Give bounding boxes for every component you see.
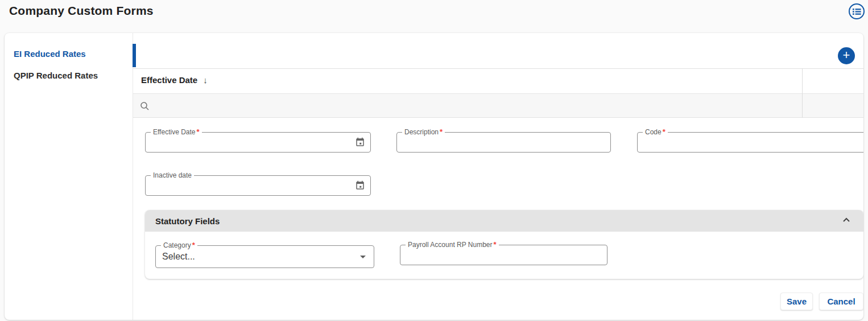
page-title: Company Custom Forms bbox=[9, 4, 154, 18]
calendar-icon[interactable] bbox=[354, 137, 366, 149]
active-tab-indicator bbox=[133, 44, 136, 67]
inactive-date-field[interactable]: Inactive date bbox=[145, 175, 371, 196]
code-input[interactable] bbox=[643, 135, 854, 150]
payroll-rp-field[interactable]: Payroll Account RP Number* bbox=[400, 245, 607, 265]
effective-date-field[interactable]: Effective Date* bbox=[145, 132, 371, 153]
sidebar-item-ei-reduced-rates[interactable]: EI Reduced Rates bbox=[14, 49, 86, 59]
sort-desc-icon[interactable]: ↓ bbox=[203, 75, 208, 85]
add-record-button[interactable]: + bbox=[838, 47, 855, 64]
category-select[interactable]: Category* Select... bbox=[155, 245, 374, 268]
inactive-date-input[interactable] bbox=[151, 178, 349, 193]
content-card: EI Reduced Rates QPIP Reduced Rates + Ef… bbox=[5, 33, 863, 320]
calendar-icon[interactable] bbox=[354, 180, 366, 192]
effective-date-input[interactable] bbox=[151, 135, 349, 150]
dropdown-arrow-icon bbox=[360, 256, 366, 258]
sidebar-item-qpip-reduced-rates[interactable]: QPIP Reduced Rates bbox=[14, 71, 98, 80]
statutory-title: Statutory Fields bbox=[155, 216, 220, 226]
category-selected-value: Select... bbox=[162, 252, 195, 262]
description-field[interactable]: Description* bbox=[396, 132, 611, 153]
toolbar-divider bbox=[133, 68, 863, 69]
search-input[interactable] bbox=[154, 96, 863, 116]
search-icon bbox=[140, 101, 150, 111]
payroll-rp-input[interactable] bbox=[406, 248, 585, 262]
sidebar-divider bbox=[133, 33, 133, 320]
description-input[interactable] bbox=[403, 135, 589, 150]
list-icon bbox=[853, 8, 861, 15]
table-filter-row bbox=[133, 94, 863, 118]
column-divider bbox=[802, 68, 803, 118]
column-header-effective-date[interactable]: Effective Date↓ bbox=[141, 75, 208, 85]
statutory-panel-header[interactable]: Statutory Fields bbox=[145, 210, 863, 232]
code-field[interactable]: Code* bbox=[637, 132, 863, 153]
save-button[interactable]: Save bbox=[780, 293, 813, 310]
statutory-panel: Statutory Fields Category* Select... Pay… bbox=[145, 210, 863, 279]
category-label: Category bbox=[163, 241, 191, 249]
forms-list-button[interactable] bbox=[849, 3, 865, 19]
required-marker: * bbox=[192, 241, 195, 249]
cancel-button[interactable]: Cancel bbox=[819, 293, 863, 310]
chevron-up-icon[interactable] bbox=[843, 217, 850, 222]
